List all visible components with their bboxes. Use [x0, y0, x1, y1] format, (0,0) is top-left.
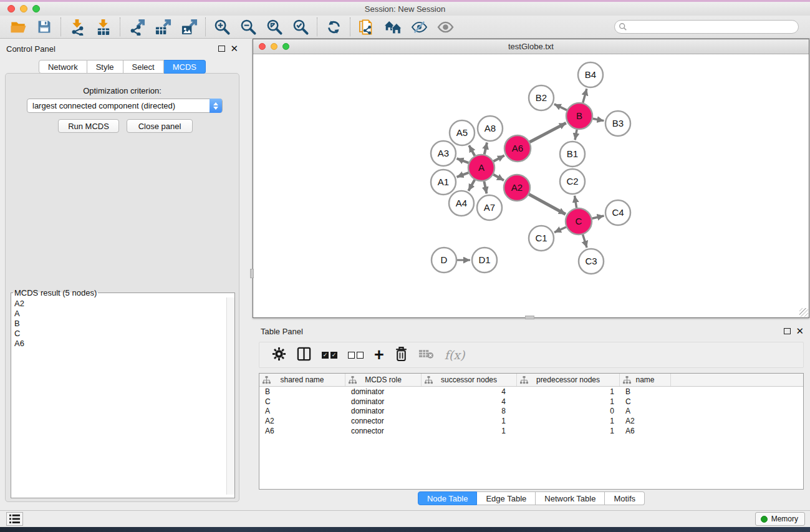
- mcds-result-item[interactable]: A2: [14, 299, 234, 309]
- zoom-out-button[interactable]: [235, 17, 261, 37]
- column-attribute-icon: [349, 376, 357, 384]
- file-network-icon: [359, 19, 375, 36]
- zoom-fit-button[interactable]: [261, 17, 287, 37]
- memory-label: Memory: [771, 515, 798, 523]
- split-handle-bottom[interactable]: [525, 316, 534, 319]
- table-cell: A2: [259, 417, 345, 425]
- new-network-from-file-button[interactable]: [354, 17, 380, 37]
- edge-B-B1[interactable]: [575, 130, 577, 140]
- edge-B-B2[interactable]: [554, 104, 567, 110]
- export-table-button[interactable]: [150, 17, 176, 37]
- column-header-shared-name[interactable]: shared name: [259, 374, 345, 386]
- save-session-button[interactable]: [31, 17, 57, 37]
- table-cell: A6: [259, 427, 345, 435]
- column-header-predecessor-nodes[interactable]: predecessor nodes: [517, 374, 620, 386]
- window-resize-grip[interactable]: [799, 308, 808, 317]
- tab-edge-table[interactable]: Edge Table: [477, 491, 536, 505]
- edge-C-C3[interactable]: [583, 235, 587, 248]
- table-row[interactable]: Cdominator41C: [259, 397, 803, 407]
- toolbar-separator: [205, 17, 206, 36]
- table-row[interactable]: Bdominator41B: [259, 387, 803, 397]
- node-label-A6: A6: [512, 143, 523, 153]
- edge-A2-C[interactable]: [529, 195, 566, 215]
- column-header-MCDS-role[interactable]: MCDS role: [345, 374, 422, 386]
- mcds-result-title: MCDS result (5 nodes): [13, 288, 98, 297]
- function-builder-button[interactable]: f(x): [445, 348, 465, 362]
- edge-A-A2[interactable]: [493, 175, 504, 180]
- table-settings-button[interactable]: [272, 347, 286, 364]
- tab-network[interactable]: Network: [39, 60, 87, 74]
- import-table-button[interactable]: [90, 17, 117, 37]
- split-handle-left[interactable]: [250, 269, 254, 278]
- delete-column-button[interactable]: [395, 346, 408, 364]
- export-network-button[interactable]: [123, 17, 150, 37]
- mcds-result-item[interactable]: A6: [14, 339, 234, 349]
- network-canvas[interactable]: B4B2BB3A8A5A6A3B1AA1C2A2A4A7C4CC1C3DD1: [253, 54, 809, 317]
- hide-selected-button[interactable]: [406, 17, 432, 37]
- table-row[interactable]: A6connector11A6: [259, 426, 803, 436]
- run-mcds-button[interactable]: Run MCDS: [58, 119, 119, 133]
- edge-A-A4[interactable]: [468, 180, 475, 191]
- float-table-panel-icon[interactable]: [784, 328, 791, 334]
- open-file-button[interactable]: [5, 17, 31, 37]
- tab-style[interactable]: Style: [87, 60, 123, 74]
- optimization-dropdown[interactable]: largest connected component (directed): [27, 99, 223, 113]
- mcds-result-item[interactable]: B: [14, 319, 234, 329]
- show-columns-button[interactable]: [297, 347, 311, 364]
- show-selected-button[interactable]: [432, 17, 458, 37]
- edge-C-C4[interactable]: [592, 216, 604, 218]
- edge-A-A5[interactable]: [469, 145, 475, 156]
- export-image-button[interactable]: [176, 17, 202, 37]
- float-panel-icon[interactable]: [218, 46, 225, 52]
- edge-A-A6[interactable]: [493, 155, 504, 161]
- tab-network-table[interactable]: Network Table: [536, 491, 605, 505]
- mcds-result-item[interactable]: A: [14, 309, 234, 319]
- edge-A6-B[interactable]: [529, 123, 566, 142]
- select-all-button[interactable]: ✓✓: [322, 352, 337, 359]
- zoom-selected-button[interactable]: [287, 17, 314, 37]
- edge-B-B4[interactable]: [583, 89, 587, 103]
- mcds-result-item[interactable]: C: [14, 329, 234, 339]
- tab-mcds[interactable]: MCDS: [164, 60, 206, 74]
- task-history-button[interactable]: [6, 512, 23, 526]
- table-row[interactable]: Adominator80A: [259, 406, 803, 416]
- tab-motifs[interactable]: Motifs: [605, 491, 645, 505]
- edge-A-A3[interactable]: [457, 158, 469, 163]
- tab-node-table[interactable]: Node Table: [418, 491, 478, 505]
- close-panel-icon[interactable]: ✕: [230, 46, 238, 52]
- column-header-successor-nodes[interactable]: successor nodes: [422, 374, 517, 386]
- mcds-result-list[interactable]: A2ABCA6: [11, 297, 234, 495]
- refresh-button[interactable]: [321, 17, 347, 37]
- table-row[interactable]: A2connector11A2: [259, 416, 803, 426]
- node-label-D: D: [441, 254, 448, 265]
- node-label-D1: D1: [478, 254, 490, 265]
- table-cell: 1: [517, 397, 620, 406]
- table-cell: dominator: [345, 397, 422, 406]
- table-cell: 0: [517, 407, 620, 415]
- add-column-button[interactable]: +: [374, 349, 384, 361]
- show-all-button[interactable]: [380, 17, 406, 37]
- node-label-C4: C4: [612, 207, 624, 218]
- mcds-list-scrollbar[interactable]: [226, 297, 234, 495]
- column-header-label: MCDS role: [365, 375, 402, 384]
- close-panel-button[interactable]: Close panel: [127, 119, 193, 133]
- delete-table-button[interactable]: [418, 348, 434, 362]
- import-network-button[interactable]: [64, 17, 90, 37]
- node-label-C: C: [576, 216, 582, 226]
- edge-A-A1[interactable]: [457, 173, 469, 177]
- memory-button[interactable]: Memory: [755, 512, 805, 526]
- edge-C-C1[interactable]: [554, 227, 566, 233]
- search-input[interactable]: [614, 20, 799, 34]
- edge-B-B3[interactable]: [593, 118, 604, 120]
- table-cell: dominator: [345, 387, 422, 396]
- deselect-all-button[interactable]: [348, 352, 364, 359]
- network-window-titlebar[interactable]: testGlobe.txt: [253, 39, 809, 54]
- edge-A-A7[interactable]: [484, 181, 486, 194]
- zoom-in-button[interactable]: [209, 17, 235, 37]
- column-header-name[interactable]: name: [620, 374, 671, 386]
- edge-A-A8[interactable]: [485, 142, 487, 154]
- close-table-panel-icon[interactable]: ✕: [796, 328, 804, 334]
- edge-C-C2[interactable]: [575, 196, 577, 208]
- table-panel: Table Panel ✕ ✓✓ +: [253, 323, 810, 510]
- tab-select[interactable]: Select: [123, 60, 164, 74]
